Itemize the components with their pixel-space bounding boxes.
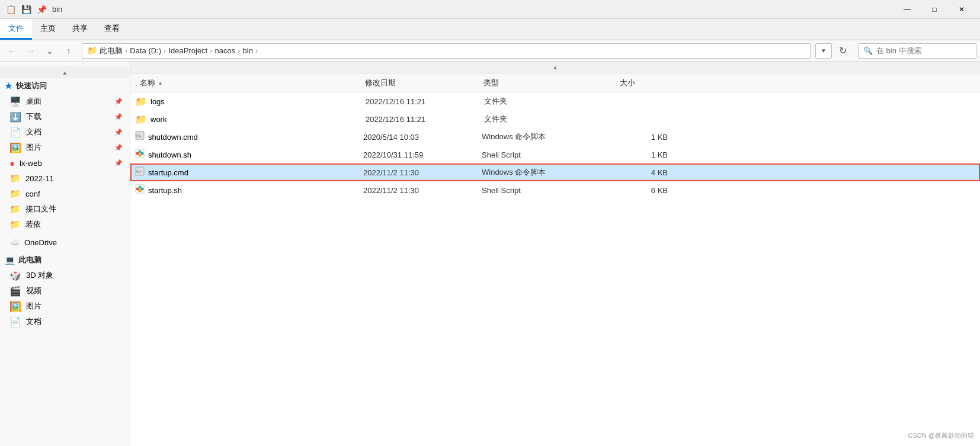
file-row-logs[interactable]: 📁 logs 2022/12/16 11:21 文件夹	[130, 92, 980, 110]
svg-point-13	[139, 190, 142, 192]
sidebar-item-onedrive[interactable]: ☁️ OneDrive	[0, 235, 130, 250]
sidebar-item-conf[interactable]: 📁 conf	[0, 186, 130, 201]
maximize-button[interactable]: □	[921, 0, 948, 19]
documents-label: 文档	[26, 127, 41, 137]
column-headers: 名称 ▲ 修改日期 类型 大小	[130, 73, 980, 92]
svg-point-10	[136, 188, 139, 191]
file-row-shutdown-cmd[interactable]: C> shutdown.cmd 2020/5/14 10:03 Windows …	[130, 128, 980, 146]
title-bar: 📋 💾 📌 bin — □ ✕	[0, 0, 980, 19]
pictures2-label: 图片	[26, 301, 41, 312]
search-input[interactable]	[876, 46, 971, 55]
work-type: 文件夹	[479, 114, 616, 124]
col-header-name[interactable]: 名称 ▲	[135, 78, 360, 88]
breadcrumb-dropdown[interactable]: ▼	[815, 43, 832, 59]
work-folder-icon: 📁	[135, 114, 147, 125]
back-button[interactable]: ←	[4, 43, 20, 59]
title-bar-icons: 📋 💾 📌	[5, 4, 47, 15]
sidebar-item-2022-11[interactable]: 📁 2022-11	[0, 171, 130, 186]
sidebar-onedrive: ☁️ OneDrive	[0, 235, 130, 250]
close-button[interactable]: ✕	[948, 0, 975, 19]
downloads-label: 下载	[26, 111, 41, 122]
work-date: 2022/12/16 11:21	[361, 115, 479, 124]
shutdown-sh-type: Shell Script	[477, 150, 613, 159]
col-header-type[interactable]: 类型	[479, 78, 615, 88]
logs-type: 文件夹	[479, 96, 616, 107]
breadcrumb-bin[interactable]: bin	[243, 46, 253, 55]
downloads-icon: ⬇️	[9, 111, 21, 123]
pictures-pin: 📌	[114, 144, 123, 152]
documents-pin: 📌	[114, 129, 123, 136]
watermark: CSDN @麄麄欲动的猫	[908, 431, 974, 440]
this-pc-label: 此电脑	[18, 255, 41, 265]
window-title: bin	[52, 5, 893, 14]
file-row-work[interactable]: 📁 work 2022/12/16 11:21 文件夹	[130, 110, 980, 128]
tab-view[interactable]: 查看	[96, 19, 128, 40]
breadcrumb-pc[interactable]: 此电脑	[87, 46, 123, 56]
address-bar: ← → ⌄ ↑ 此电脑 › Data (D:) › IdeaProject › …	[0, 40, 980, 62]
sidebar-item-pictures[interactable]: 🖼️ 图片 📌	[0, 140, 130, 155]
file-row-startup-sh[interactable]: startup.sh 2022/11/2 11:30 Shell Script …	[130, 181, 980, 199]
sidebar-quick-access: ★ 快速访问 🖥️ 桌面 📌 ⬇️ 下载 📌 📄 文档 📌 🖼️ 图片	[0, 78, 130, 232]
scroll-up-indicator[interactable]: ▲	[130, 62, 980, 73]
startup-sh-name: startup.sh	[148, 186, 358, 195]
logs-date: 2022/12/16 11:21	[361, 97, 479, 106]
3d-icon: 🎲	[9, 270, 21, 281]
minimize-button[interactable]: —	[893, 0, 921, 19]
conf-icon: 📁	[9, 188, 21, 199]
search-icon: 🔍	[863, 46, 873, 55]
tab-file[interactable]: 文件	[0, 19, 32, 40]
file-row-startup-cmd[interactable]: C> startup.cmd 2022/11/2 11:30 Windows 命…	[130, 163, 980, 181]
this-pc-header[interactable]: 💻 此电脑	[0, 252, 130, 268]
pictures-label: 图片	[26, 142, 41, 153]
logs-name: logs	[150, 97, 361, 106]
sidebar-item-pictures2[interactable]: 🖼️ 图片	[0, 299, 130, 314]
documents2-label: 文档	[26, 316, 41, 327]
startup-sh-date: 2022/11/2 11:30	[358, 186, 477, 195]
ruoyi-label: 若依	[25, 219, 41, 230]
sidebar-item-video[interactable]: 🎬 视频	[0, 283, 130, 299]
sidebar-item-ruoyi[interactable]: 📁 若依	[0, 217, 130, 232]
file-row-shutdown-sh[interactable]: shutdown.sh 2022/10/31 11:59 Shell Scrip…	[130, 146, 980, 163]
documents2-icon: 📄	[9, 316, 21, 328]
up-directory-button[interactable]: ↑	[60, 43, 77, 59]
quick-access-header[interactable]: ★ 快速访问	[0, 78, 130, 94]
sidebar-item-interface[interactable]: 📁 接口文件	[0, 201, 130, 217]
startup-sh-size: 6 KB	[613, 186, 672, 195]
forward-button[interactable]: →	[23, 43, 39, 59]
sidebar-item-desktop[interactable]: 🖥️ 桌面 📌	[0, 94, 130, 109]
downloads-pin: 📌	[114, 113, 123, 121]
save-icon: 💾	[20, 4, 32, 15]
logs-folder-icon: 📁	[135, 96, 147, 107]
refresh-button[interactable]: ↻	[834, 43, 851, 59]
sidebar-item-downloads[interactable]: ⬇️ 下载 📌	[0, 109, 130, 124]
sidebar-scroll-up[interactable]: ▲	[0, 66, 130, 78]
sidebar-item-lxweb[interactable]: ● lx-web 📌	[0, 155, 130, 171]
svg-point-6	[139, 154, 142, 157]
lxweb-pin: 📌	[114, 159, 123, 167]
tab-share[interactable]: 共享	[64, 19, 96, 40]
documents-icon: 📄	[9, 127, 21, 138]
desktop-label: 桌面	[26, 96, 41, 107]
svg-point-5	[141, 152, 144, 155]
sidebar-item-documents[interactable]: 📄 文档 📌	[0, 124, 130, 140]
search-box[interactable]: 🔍	[858, 43, 976, 59]
sidebar-item-3d[interactable]: 🎲 3D 对象	[0, 268, 130, 283]
desktop-icon: 🖥️	[9, 96, 21, 107]
pictures2-icon: 🖼️	[9, 301, 21, 312]
shutdown-sh-size: 1 KB	[613, 150, 672, 159]
star-icon: ★	[5, 81, 12, 91]
clipboard-icon: 📋	[5, 4, 17, 15]
breadcrumb-nacos[interactable]: nacos	[215, 46, 236, 55]
folder-2022-icon: 📁	[9, 173, 21, 184]
col-header-size[interactable]: 大小	[615, 78, 674, 88]
breadcrumb[interactable]: 此电脑 › Data (D:) › IdeaProject › nacos › …	[82, 43, 811, 59]
shutdown-cmd-name: shutdown.cmd	[148, 133, 358, 142]
shutdown-sh-icon	[135, 149, 145, 161]
col-header-date[interactable]: 修改日期	[360, 78, 479, 88]
content-pane: ▲ 名称 ▲ 修改日期 类型 大小 📁 logs 2022/12	[130, 62, 980, 446]
sidebar-item-documents2[interactable]: 📄 文档	[0, 314, 130, 329]
breadcrumb-drive[interactable]: Data (D:)	[130, 46, 161, 55]
up-caret[interactable]: ⌄	[41, 43, 58, 59]
tab-home[interactable]: 主页	[32, 19, 64, 40]
breadcrumb-idea[interactable]: IdeaProject	[168, 46, 207, 55]
